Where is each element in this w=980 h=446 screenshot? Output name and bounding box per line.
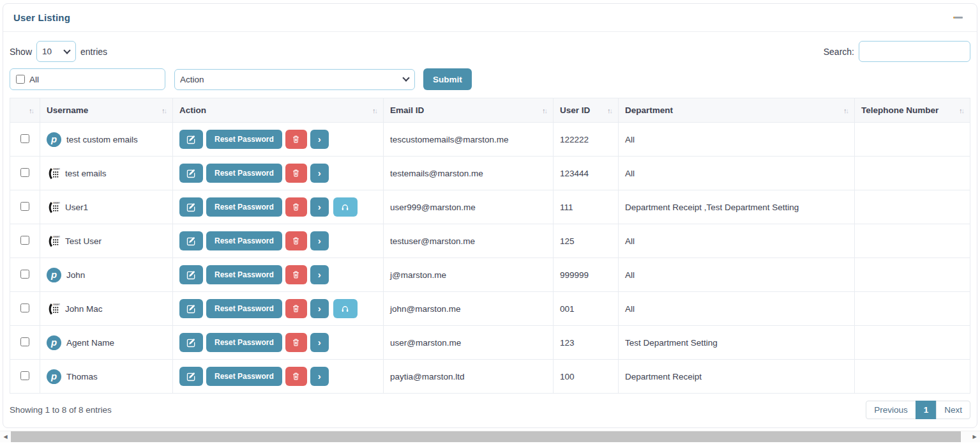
row-select-cell bbox=[10, 258, 40, 292]
expand-row-button[interactable]: › bbox=[310, 197, 329, 217]
header-action[interactable]: Action↑↓ bbox=[173, 98, 384, 123]
edit-button[interactable] bbox=[179, 333, 203, 352]
edit-button[interactable] bbox=[179, 299, 203, 318]
row-checkbox[interactable] bbox=[20, 134, 29, 143]
row-checkbox[interactable] bbox=[20, 168, 29, 177]
scroll-right-arrow-icon[interactable]: ▶ bbox=[969, 431, 980, 443]
expand-row-button[interactable]: › bbox=[310, 333, 329, 352]
scrollbar-thumb[interactable] bbox=[11, 431, 961, 443]
select-all-label: All bbox=[29, 75, 39, 84]
row-select-cell bbox=[10, 123, 40, 157]
search-input[interactable] bbox=[859, 41, 970, 62]
bulk-action-select[interactable]: Action bbox=[174, 69, 415, 90]
action-cell: Reset Password › bbox=[173, 224, 384, 258]
svg-text:WEBRTC: WEBRTC bbox=[53, 201, 60, 204]
reset-password-button[interactable]: Reset Password bbox=[206, 265, 282, 284]
username-text: John bbox=[66, 270, 85, 280]
delete-button[interactable] bbox=[285, 333, 307, 352]
expand-row-button[interactable]: › bbox=[310, 299, 329, 318]
edit-button[interactable] bbox=[179, 164, 203, 183]
delete-button[interactable] bbox=[285, 231, 307, 250]
delete-button[interactable] bbox=[285, 265, 307, 284]
expand-row-button[interactable]: › bbox=[310, 265, 329, 284]
reset-password-button[interactable]: Reset Password bbox=[206, 197, 282, 217]
delete-button[interactable] bbox=[285, 197, 307, 217]
delete-button[interactable] bbox=[285, 367, 307, 386]
email-cell: john@marston.me bbox=[384, 292, 554, 326]
reset-password-button[interactable]: Reset Password bbox=[206, 299, 282, 318]
next-page-button[interactable]: Next bbox=[936, 401, 970, 419]
scroll-left-arrow-icon[interactable]: ◀ bbox=[0, 431, 11, 443]
reset-password-button[interactable]: Reset Password bbox=[206, 231, 282, 250]
sort-icon: ↑↓ bbox=[843, 107, 848, 114]
edit-button[interactable] bbox=[179, 130, 203, 149]
username-cell: p Agent Name bbox=[40, 326, 173, 360]
horizontal-scrollbar[interactable]: ◀ ▶ bbox=[0, 431, 980, 442]
collapse-minus-icon[interactable] bbox=[953, 17, 963, 19]
sort-icon: ↑↓ bbox=[542, 107, 547, 114]
user-table: ↑↓ Username↑↓ Action↑↓ Email ID↑↓ User I… bbox=[10, 98, 970, 394]
headset-icon bbox=[340, 203, 350, 212]
select-all-box[interactable]: All bbox=[10, 68, 165, 90]
table-controls-row: Show 10 entries Search: bbox=[3, 32, 977, 62]
user-id-cell: 999999 bbox=[554, 258, 619, 292]
bulk-action-row: All Action Submit bbox=[3, 62, 977, 90]
telephone-cell bbox=[855, 360, 970, 394]
headset-button[interactable] bbox=[333, 197, 358, 217]
header-telephone-number[interactable]: Telephone Number↑↓ bbox=[855, 98, 970, 123]
row-checkbox[interactable] bbox=[20, 371, 29, 380]
edit-button[interactable] bbox=[179, 367, 203, 386]
submit-button[interactable]: Submit bbox=[423, 68, 472, 90]
row-select-cell bbox=[10, 224, 40, 258]
email-cell: tescustomemails@marston.me bbox=[384, 123, 554, 157]
expand-row-button[interactable]: › bbox=[310, 231, 329, 250]
paytia-logo-icon: p bbox=[47, 268, 61, 282]
current-page-button[interactable]: 1 bbox=[916, 401, 937, 419]
header-email-id[interactable]: Email ID↑↓ bbox=[384, 98, 554, 123]
pencil-square-icon bbox=[186, 135, 196, 144]
row-select-cell bbox=[10, 360, 40, 394]
edit-button[interactable] bbox=[179, 197, 203, 217]
pencil-square-icon bbox=[186, 270, 196, 280]
header-username[interactable]: Username↑↓ bbox=[40, 98, 173, 123]
expand-row-button[interactable]: › bbox=[310, 367, 329, 386]
pencil-square-icon bbox=[186, 203, 196, 212]
telephone-cell bbox=[855, 292, 970, 326]
row-select-cell bbox=[10, 326, 40, 360]
reset-password-button[interactable]: Reset Password bbox=[206, 333, 282, 352]
action-cell: Reset Password › bbox=[173, 326, 384, 360]
row-checkbox[interactable] bbox=[20, 202, 29, 211]
row-checkbox[interactable] bbox=[20, 304, 29, 312]
row-checkbox[interactable] bbox=[20, 236, 29, 245]
trash-icon bbox=[292, 169, 300, 178]
edit-button[interactable] bbox=[179, 231, 203, 250]
header-department[interactable]: Department↑↓ bbox=[619, 98, 855, 123]
header-select[interactable]: ↑↓ bbox=[10, 98, 40, 123]
delete-button[interactable] bbox=[285, 299, 307, 318]
delete-button[interactable] bbox=[285, 164, 307, 183]
page-length-select[interactable]: 10 bbox=[36, 41, 76, 62]
table-header-row: ↑↓ Username↑↓ Action↑↓ Email ID↑↓ User I… bbox=[10, 98, 970, 123]
previous-page-button[interactable]: Previous bbox=[866, 401, 916, 419]
department-cell: Test Department Setting bbox=[619, 326, 855, 360]
select-all-checkbox[interactable] bbox=[16, 75, 25, 84]
sort-icon: ↑↓ bbox=[607, 107, 612, 114]
headset-button[interactable] bbox=[333, 299, 358, 318]
reset-password-button[interactable]: Reset Password bbox=[206, 367, 282, 386]
trash-icon bbox=[292, 270, 300, 279]
reset-password-button[interactable]: Reset Password bbox=[206, 164, 282, 183]
expand-row-button[interactable]: › bbox=[310, 130, 329, 149]
reset-password-button[interactable]: Reset Password bbox=[206, 130, 282, 149]
header-user-id[interactable]: User ID↑↓ bbox=[554, 98, 619, 123]
edit-button[interactable] bbox=[179, 265, 203, 284]
table-body: p test custom emails Reset Password bbox=[10, 123, 970, 394]
expand-row-button[interactable]: › bbox=[310, 164, 329, 183]
user-id-cell: 123444 bbox=[554, 157, 619, 190]
telephone-cell bbox=[855, 123, 970, 157]
pagination: Previous 1 Next bbox=[866, 401, 970, 419]
row-checkbox[interactable] bbox=[20, 337, 29, 346]
row-checkbox[interactable] bbox=[20, 270, 29, 279]
page-title: User Listing bbox=[13, 12, 70, 23]
department-cell: Department Receipt bbox=[619, 360, 855, 394]
delete-button[interactable] bbox=[285, 130, 307, 149]
